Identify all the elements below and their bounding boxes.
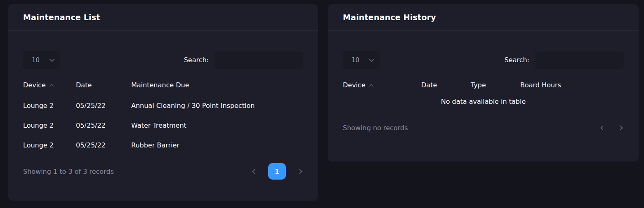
chevron-right-icon	[297, 169, 302, 174]
table-row: Lounge 2 05/25/22 Rubber Barrier	[23, 135, 303, 155]
maintenance-history-panel: Maintenance History 10 Search: Device Da…	[328, 4, 639, 161]
pagination	[599, 124, 624, 131]
empty-table-message: No data available in table	[343, 91, 624, 111]
cell-date: 05/25/22	[76, 122, 131, 129]
column-header-type[interactable]: Type	[471, 81, 520, 89]
chevron-left-icon	[252, 169, 257, 174]
page-1-button[interactable]: 1	[268, 163, 286, 180]
next-page-button[interactable]	[296, 168, 303, 175]
table-header-row: Device Date Maintenance Due	[23, 78, 303, 91]
page-length-select[interactable]: 10	[343, 51, 380, 69]
maintenance-list-panel: Maintenance List 10 Search: Device Date …	[8, 4, 318, 201]
page-length-value: 10	[32, 56, 40, 64]
chevron-down-icon	[369, 57, 375, 62]
records-info: Showing no records	[343, 124, 408, 132]
column-header-date[interactable]: Date	[421, 81, 471, 89]
table-row: Lounge 2 05/25/22 Annual Cleaning / 30 P…	[23, 96, 303, 115]
search-input[interactable]	[535, 51, 624, 69]
table-footer: Showing 1 to 3 of 3 records 1	[23, 163, 303, 180]
search-input[interactable]	[215, 51, 303, 69]
cell-device: Lounge 2	[23, 102, 76, 110]
column-header-maintenance-due[interactable]: Maintenance Due	[131, 81, 303, 89]
table-body: Lounge 2 05/25/22 Annual Cleaning / 30 P…	[23, 96, 303, 155]
chevron-left-icon	[600, 125, 606, 131]
maintenance-history-body: 10 Search: Device Date Type Board Hours …	[328, 51, 639, 136]
maintenance-list-body: 10 Search: Device Date Maintenance Due L…	[8, 51, 318, 180]
column-header-device-label: Device	[343, 81, 366, 89]
cell-date: 05/25/22	[76, 102, 131, 110]
page-length-value: 10	[351, 56, 359, 64]
pagination: 1	[251, 163, 303, 180]
cell-maintenance-due: Rubber Barrier	[131, 141, 303, 149]
sort-asc-icon	[369, 84, 373, 88]
table-header-row: Device Date Type Board Hours	[343, 78, 624, 91]
next-page-button[interactable]	[616, 124, 624, 131]
prev-page-button[interactable]	[251, 168, 258, 175]
column-header-date[interactable]: Date	[76, 81, 131, 89]
table-footer: Showing no records	[343, 119, 624, 136]
cell-maintenance-due: Water Treatment	[131, 122, 303, 129]
page-length-select[interactable]: 10	[23, 51, 60, 69]
table-row: Lounge 2 05/25/22 Water Treatment	[23, 115, 303, 135]
cell-date: 05/25/22	[76, 141, 131, 149]
sort-asc-icon	[49, 84, 54, 88]
maintenance-history-header: Maintenance History	[328, 4, 639, 31]
records-info: Showing 1 to 3 of 3 records	[23, 168, 114, 175]
maintenance-list-header: Maintenance List	[8, 4, 318, 31]
chevron-down-icon	[50, 57, 55, 62]
maintenance-list-title: Maintenance List	[23, 13, 100, 22]
cell-device: Lounge 2	[23, 141, 76, 149]
column-header-board-hours[interactable]: Board Hours	[520, 81, 624, 89]
search-group: Search:	[184, 51, 303, 69]
search-label: Search:	[184, 56, 209, 64]
chevron-right-icon	[618, 125, 623, 131]
table-controls: 10 Search:	[23, 51, 303, 69]
search-group: Search:	[505, 51, 624, 69]
cell-device: Lounge 2	[23, 122, 76, 129]
column-header-device[interactable]: Device	[23, 81, 76, 89]
column-header-device-label: Device	[23, 81, 46, 89]
table-controls: 10 Search:	[343, 51, 624, 69]
cell-maintenance-due: Annual Cleaning / 30 Point Inspection	[131, 102, 303, 110]
column-header-device[interactable]: Device	[343, 81, 421, 89]
search-label: Search:	[505, 56, 529, 64]
prev-page-button[interactable]	[599, 124, 606, 131]
maintenance-history-title: Maintenance History	[343, 13, 436, 22]
